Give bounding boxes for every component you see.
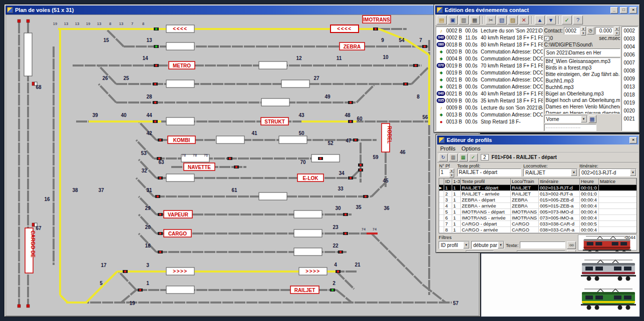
route-select[interactable]: 002>013-RJT-d▼ bbox=[579, 168, 636, 176]
profile-number-spinner[interactable]: ▲▼ bbox=[449, 168, 454, 176]
locomotive-select[interactable]: RAILJET▼ bbox=[523, 168, 577, 176]
sound-file-item[interactable]: Dames en Heren nieuwe dienstreg bbox=[545, 110, 620, 114]
copy-icon[interactable]: ▧ bbox=[497, 16, 507, 24]
close-icon[interactable]: × bbox=[629, 137, 637, 144]
profile-row[interactable]: 41ZEBRA - arrivéeZEBRA005>015-ZEB-a00:00… bbox=[439, 203, 636, 209]
print-icon[interactable]: ▥ bbox=[459, 16, 469, 24]
event-row[interactable]: ♪0002 B00.0sLecture du son 'Son 2021\Dam… bbox=[436, 27, 543, 34]
profile-row[interactable]: 81CARGO - arrivéeCARGO038>033-CAR-a00:00… bbox=[439, 227, 636, 233]
contact-number-list[interactable]: 0002000300040006000700080009001300180019… bbox=[621, 26, 638, 131]
column-header[interactable]: 1-3 bbox=[452, 178, 461, 184]
refresh-icon[interactable]: ↻ bbox=[439, 154, 448, 162]
search-icon[interactable]: ◎◎ bbox=[567, 250, 576, 252]
save-icon[interactable]: ▣ bbox=[448, 16, 458, 24]
contact-number-item[interactable]: 0004 bbox=[622, 43, 637, 51]
event-row[interactable]: 0400021 B00.0s40 km/h Retard 18 F+ F1 F8 bbox=[436, 90, 543, 97]
direction-select[interactable]: Vorne▼ bbox=[544, 115, 587, 123]
apply-icon[interactable]: ✓ bbox=[562, 16, 572, 24]
profile-table[interactable]: ID1-3Texte profilLoco/TrainItinéraireHeu… bbox=[439, 178, 637, 234]
sound-file-item[interactable]: Bitte einsteigen, der Zug fährt ab.m bbox=[545, 71, 620, 78]
column-header[interactable]: ID bbox=[444, 178, 452, 184]
profile-number-field[interactable]: 1 bbox=[439, 168, 449, 176]
filter-id-select[interactable]: ID profil▼ bbox=[439, 241, 470, 249]
search-icon[interactable]: ◎◎ bbox=[567, 242, 576, 249]
profile-row[interactable]: 61IMOTRANS - arrivéeIMOTRANS073>005-IMO-… bbox=[439, 215, 636, 221]
event-row[interactable]: 0700019 B00.0s70 km/h Retard 18 F+ F1 F8 bbox=[436, 62, 543, 69]
direction-apply-icon[interactable]: ▦ bbox=[588, 115, 596, 123]
contact-number-item[interactable]: 0008 bbox=[622, 67, 637, 75]
delete-icon[interactable]: ✕ bbox=[519, 16, 529, 24]
sound-file-item[interactable]: Bügel hoch und an Oberleitung.mp bbox=[545, 97, 620, 104]
check-icon[interactable]: ✓ bbox=[469, 154, 478, 162]
contact-number-item[interactable]: 0018 bbox=[622, 91, 637, 99]
column-header[interactable]: Loco/Train bbox=[511, 178, 539, 184]
contact-number-item[interactable]: 0003 bbox=[622, 35, 637, 43]
maximize-icon[interactable]: □ bbox=[620, 7, 627, 14]
filter-route-input[interactable] bbox=[517, 250, 565, 252]
profile-titlebar[interactable]: Editeur de profils × bbox=[437, 136, 638, 144]
sound-file-item[interactable]: Buchh1.mp3 bbox=[545, 78, 620, 84]
menu-profils[interactable]: Profils bbox=[440, 146, 456, 152]
contact-number-item[interactable]: 0007 bbox=[622, 59, 637, 67]
profile-row[interactable]: 31ZEBRA - départZEBRA015>005-ZEB-d00:00:… bbox=[439, 197, 636, 203]
contact-titlebar[interactable]: Edition des événements contact _ □ × bbox=[435, 6, 638, 14]
column-header[interactable]: Itinéraire bbox=[539, 178, 580, 184]
paste-icon[interactable]: ▨ bbox=[508, 16, 518, 24]
open-icon[interactable]: ▤ bbox=[437, 16, 447, 24]
sound-file-item[interactable]: Bügel an Oberleitung.mp3 bbox=[545, 90, 620, 97]
profile-row[interactable]: ▶11RAILJET - départRAILJET002>013-RJT-d0… bbox=[439, 185, 636, 191]
contact-number-item[interactable]: 0009 bbox=[622, 75, 637, 83]
filter-text-input[interactable] bbox=[520, 242, 565, 248]
move-down-icon[interactable]: ▼ bbox=[546, 16, 556, 24]
filter-mode-select[interactable]: débute par▼ bbox=[471, 241, 504, 249]
preview-icon[interactable]: ▦ bbox=[470, 16, 480, 24]
event-row[interactable]: 0400002 B11.0s40 km/h Retard 18 F+ F1 F8… bbox=[436, 34, 543, 41]
contact-spinner[interactable]: ▲▼ bbox=[581, 26, 586, 34]
profile-row[interactable]: 21RAILJET - arrivéeRAILJET013>002-RJT-a0… bbox=[439, 191, 636, 197]
track-plan[interactable]: <<<<<<<<>>>>>>>>IMOTRANSZEBRAMETROSTRUKT… bbox=[6, 14, 479, 316]
contact-number-field[interactable]: 0002 bbox=[564, 27, 580, 34]
sound-file-list[interactable]: Bhf_Wien Gleisansagen.mp3Birds in a fore… bbox=[544, 58, 620, 114]
help-icon[interactable]: ? bbox=[573, 16, 583, 24]
event-row[interactable]: ●0013 B00.0sStop Retard 18 F- bbox=[436, 118, 543, 125]
sound-folder-select[interactable]: Son 2021\Dames en Her bbox=[544, 48, 620, 56]
grid-icon[interactable]: ▦ bbox=[459, 154, 468, 162]
delay-spinner[interactable]: ▲▼ bbox=[614, 26, 619, 34]
event-row[interactable]: 0800018 B00.0s80 km/h Retard 18 F+ F1 F8 bbox=[436, 41, 543, 48]
profile-row[interactable]: 71CARGO - départCARGO033>038-CAR-d00:00:… bbox=[439, 221, 636, 227]
column-header[interactable]: Heure bbox=[580, 178, 599, 184]
event-row[interactable]: 0350009 B00.0s35 km/h Retard 18 F+ F1 F8 bbox=[436, 97, 543, 104]
contact-checkbox[interactable]: ✓ bbox=[544, 36, 549, 41]
print-icon[interactable]: ▥ bbox=[449, 154, 458, 162]
contact-number-item[interactable]: 0019 bbox=[622, 99, 637, 107]
event-row[interactable]: ◆0020 B00.0sCommutation Adresse: DCC 000… bbox=[436, 48, 543, 55]
menu-options[interactable]: Options bbox=[462, 146, 481, 152]
column-header[interactable]: Texte profil bbox=[461, 178, 511, 184]
contact-number-item[interactable]: 0021 bbox=[622, 115, 637, 123]
contact-number-item[interactable]: 0002 bbox=[622, 27, 637, 35]
event-row[interactable]: ◆0013 B00.0sCommutation Adresse: DCC 000… bbox=[436, 111, 543, 118]
delay-field[interactable]: 0.000 bbox=[595, 27, 613, 34]
contact-number-item[interactable]: 0020 bbox=[622, 107, 637, 115]
cut-icon[interactable]: ✂ bbox=[486, 16, 496, 24]
plan-titlebar[interactable]: Plan de voies (51 x 31) bbox=[6, 6, 479, 14]
event-row[interactable]: ◆0019 B00.0sCommutation Adresse: DCC 000… bbox=[436, 69, 543, 76]
event-row[interactable]: ◆0021 B00.0sCommutation Adresse: DCC 001… bbox=[436, 76, 543, 83]
event-row[interactable]: ◆0021 B00.0sCommutation Adresse: DCC 001… bbox=[436, 83, 543, 90]
event-row[interactable]: ◆0004 B00.0sCommutation Adresse: DCC 001… bbox=[436, 55, 543, 62]
filter-loco-input[interactable] bbox=[466, 250, 494, 252]
profile-text-field[interactable]: RAILJET - départ bbox=[457, 168, 521, 176]
sound-position-field[interactable]: ····················· bbox=[544, 124, 596, 131]
sound-file-item[interactable]: Bhf_Wien Gleisansagen.mp3 bbox=[545, 58, 620, 64]
column-header[interactable]: Matrice bbox=[599, 178, 636, 184]
move-up-icon[interactable]: ▲ bbox=[535, 16, 545, 24]
profile-row[interactable]: 51IMOTRANS - départIMOTRANS005>073-IMO-d… bbox=[439, 209, 636, 215]
event-row[interactable]: ♪0009 B00.0sLecture du son 'Son 2021\Bah… bbox=[436, 104, 543, 111]
contact-number-item[interactable]: 0013 bbox=[622, 83, 637, 91]
contact-number-item[interactable]: 0006 bbox=[622, 51, 637, 59]
minimize-icon[interactable]: _ bbox=[610, 7, 618, 14]
sound-file-item[interactable]: Birds in a forest.mp3 bbox=[545, 64, 620, 71]
close-icon[interactable]: × bbox=[629, 7, 637, 14]
sound-file-item[interactable]: Buchh6.mp3 bbox=[545, 84, 620, 90]
sound-file-item[interactable]: Dames en Heren Venlo Münchengl bbox=[545, 104, 620, 110]
